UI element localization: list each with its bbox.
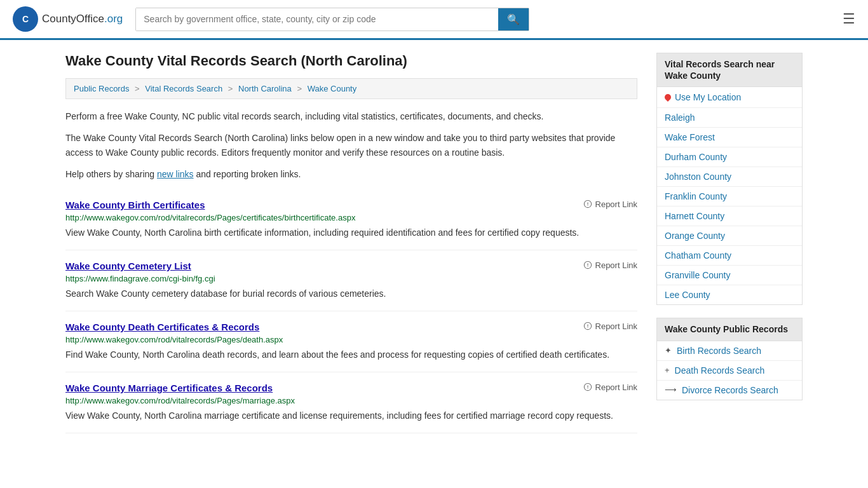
description-3: Help others by sharing new links and rep… (65, 167, 637, 181)
nearby-list: Use My Location RaleighWake ForestDurham… (656, 87, 803, 305)
record-cards-container: Wake County Birth Certificates Report Li… (65, 189, 637, 433)
site-header: C CountyOffice.org 🔍 ☰ (0, 0, 868, 40)
report-icon-0 (583, 200, 592, 208)
nearby-item-5[interactable]: Harnett County (657, 207, 802, 226)
report-icon-2 (583, 322, 592, 330)
report-link-0[interactable]: Report Link (583, 200, 637, 209)
report-icon-1 (583, 261, 592, 269)
record-url-3[interactable]: http://www.wakegov.com/rod/vitalrecords/… (65, 396, 637, 405)
public-records-item-2[interactable]: ⟶ Divorce Records Search (657, 381, 802, 400)
public-records-section-title: Wake County Public Records (656, 318, 803, 341)
nearby-section-title: Vital Records Search near Wake County (656, 53, 803, 87)
pr-link-0[interactable]: Birth Records Search (677, 346, 761, 356)
record-url-1[interactable]: https://www.findagrave.com/cgi-bin/fg.cg… (65, 274, 637, 283)
menu-icon[interactable]: ☰ (843, 11, 855, 27)
logo-text: CountyOffice.org (42, 13, 123, 25)
record-card: Wake County Birth Certificates Report Li… (65, 189, 637, 250)
report-link-1[interactable]: Report Link (583, 261, 637, 270)
description-1: Perform a free Wake County, NC public vi… (65, 109, 637, 123)
record-card: Wake County Death Certificates & Records… (65, 311, 637, 372)
report-link-3[interactable]: Report Link (583, 383, 637, 392)
site-logo[interactable]: C CountyOffice.org (13, 6, 123, 32)
record-card: Wake County Cemetery List Report Link ht… (65, 250, 637, 311)
nearby-link-8[interactable]: Granville County (665, 270, 731, 280)
public-records-section: Wake County Public Records ✦ Birth Recor… (656, 318, 803, 400)
nearby-section: Vital Records Search near Wake County Us… (656, 53, 803, 305)
search-button[interactable]: 🔍 (498, 8, 529, 30)
breadcrumb-north-carolina[interactable]: North Carolina (238, 84, 292, 93)
breadcrumb: Public Records > Vital Records Search > … (65, 78, 637, 99)
page-title: Wake County Vital Records Search (North … (65, 53, 637, 69)
nearby-item-1[interactable]: Wake Forest (657, 128, 802, 147)
svg-text:C: C (22, 14, 29, 24)
record-title-3[interactable]: Wake County Marriage Certificates & Reco… (65, 383, 273, 393)
main-content: Wake County Vital Records Search (North … (65, 53, 637, 433)
new-links-link[interactable]: new links (157, 169, 194, 179)
nearby-link-0[interactable]: Raleigh (665, 112, 695, 123)
record-title-2[interactable]: Wake County Death Certificates & Records (65, 322, 259, 332)
breadcrumb-sep-3: > (297, 84, 302, 93)
nearby-link-6[interactable]: Orange County (665, 231, 725, 241)
nearby-item-6[interactable]: Orange County (657, 226, 802, 246)
nearby-item-2[interactable]: Durham County (657, 147, 802, 167)
breadcrumb-sep-1: > (135, 84, 140, 93)
public-records-list: ✦ Birth Records Search + Death Records S… (656, 341, 803, 400)
nearby-link-4[interactable]: Franklin County (665, 191, 727, 201)
use-location-link[interactable]: Use My Location (675, 92, 741, 102)
public-records-item-0[interactable]: ✦ Birth Records Search (657, 341, 802, 361)
nearby-item-4[interactable]: Franklin County (657, 187, 802, 207)
record-desc-2: Find Wake County, North Carolina death r… (65, 348, 637, 362)
record-desc-0: View Wake County, North Carolina birth c… (65, 226, 637, 240)
breadcrumb-wake-county[interactable]: Wake County (308, 84, 357, 93)
record-url-2[interactable]: http://www.wakegov.com/rod/vitalrecords/… (65, 335, 637, 344)
record-title-1[interactable]: Wake County Cemetery List (65, 261, 191, 271)
pr-link-2[interactable]: Divorce Records Search (682, 385, 778, 395)
breadcrumb-public-records[interactable]: Public Records (74, 84, 129, 93)
nearby-item-9[interactable]: Lee County (657, 285, 802, 304)
pr-icon-0: ✦ (665, 346, 672, 355)
record-card: Wake County Marriage Certificates & Reco… (65, 372, 637, 433)
report-link-2[interactable]: Report Link (583, 322, 637, 331)
search-input[interactable] (136, 8, 498, 30)
nearby-link-1[interactable]: Wake Forest (665, 132, 715, 142)
nearby-link-2[interactable]: Durham County (665, 152, 727, 162)
nearby-item-0[interactable]: Raleigh (657, 108, 802, 128)
nearby-item-3[interactable]: Johnston County (657, 167, 802, 187)
description-2: The Wake County Vital Records Search (No… (65, 131, 637, 159)
nearby-item-7[interactable]: Chatham County (657, 246, 802, 266)
report-icon-3 (583, 383, 592, 391)
breadcrumb-vital-records[interactable]: Vital Records Search (145, 84, 222, 93)
record-url-0[interactable]: http://www.wakegov.com/rod/vitalrecords/… (65, 213, 637, 222)
breadcrumb-sep-2: > (228, 84, 233, 93)
public-records-item-1[interactable]: + Death Records Search (657, 361, 802, 381)
logo-icon: C (13, 6, 38, 32)
use-my-location[interactable]: Use My Location (657, 87, 802, 108)
nearby-link-7[interactable]: Chatham County (665, 250, 731, 261)
search-bar: 🔍 (135, 8, 529, 31)
nearby-item-8[interactable]: Granville County (657, 266, 802, 285)
public-records-items-list: ✦ Birth Records Search + Death Records S… (657, 341, 802, 400)
nearby-link-9[interactable]: Lee County (665, 290, 710, 300)
nearby-link-3[interactable]: Johnston County (665, 172, 731, 182)
record-desc-3: View Wake County, North Carolina marriag… (65, 409, 637, 423)
location-dot-icon (663, 93, 672, 102)
pr-icon-2: ⟶ (665, 385, 677, 395)
sidebar: Vital Records Search near Wake County Us… (656, 53, 803, 433)
record-desc-1: Search Wake County cemetery database for… (65, 287, 637, 301)
nearby-link-5[interactable]: Harnett County (665, 211, 724, 221)
record-title-0[interactable]: Wake County Birth Certificates (65, 200, 205, 210)
nearby-items-list: RaleighWake ForestDurham CountyJohnston … (657, 108, 802, 304)
pr-link-1[interactable]: Death Records Search (675, 365, 765, 376)
pr-icon-1: + (665, 365, 670, 375)
